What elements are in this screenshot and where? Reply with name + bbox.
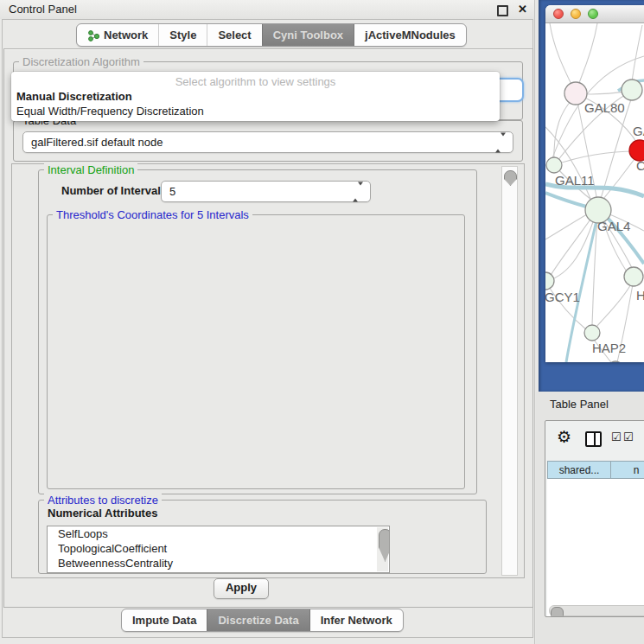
network-node[interactable] <box>584 325 600 341</box>
control-panel-tabs: Network Style Select Cyni Toolbox jActiv… <box>76 23 467 47</box>
settings-scroll-region: Interval Definition Number of Intervals … <box>11 163 525 578</box>
network-node[interactable] <box>624 267 643 286</box>
column-header-shared[interactable]: shared... <box>547 461 611 479</box>
number-of-intervals-value: 5 <box>169 185 175 198</box>
number-of-intervals-label: Number of Intervals <box>61 184 167 197</box>
attributes-group-label: Attributes to discretize <box>44 494 162 507</box>
number-of-intervals-combobox[interactable]: 5 <box>161 181 371 202</box>
tab-cyni-toolbox[interactable]: Cyni Toolbox <box>262 24 354 46</box>
column-header-name[interactable]: n <box>610 461 644 479</box>
tab-style-label: Style <box>169 24 196 46</box>
tab-select[interactable]: Select <box>207 24 261 46</box>
thresholds-group-label: Threshold's Coordinates for 5 Intervals <box>53 208 252 221</box>
attribute-table: shared... n <box>547 461 644 616</box>
algorithm-dropdown-popup: Select algorithm to view settings Manual… <box>11 72 500 121</box>
interval-definition-group-label: Interval Definition <box>44 163 137 176</box>
interval-definition-group: Interval Definition Number of Intervals … <box>38 169 477 494</box>
numerical-attributes-label: Numerical Attributes <box>48 507 157 520</box>
thresholds-group: Threshold's Coordinates for 5 Intervals <box>47 214 465 489</box>
control-panel-title: Control Panel <box>9 0 77 19</box>
minimize-traffic-light-icon[interactable] <box>571 9 581 19</box>
network-canvas[interactable]: GAL80 GA C GAL11 GAL4 GCY1 H HAP2 <box>545 23 644 362</box>
settings-vertical-scrollbar[interactable] <box>501 166 518 576</box>
node-label: HAP2 <box>592 341 626 355</box>
tab-impute-data-label: Impute Data <box>132 609 196 631</box>
table-data-group: Table Data galFiltered.sif default node <box>13 120 523 162</box>
network-icon <box>87 29 99 41</box>
combo-stepper-icon <box>495 132 506 152</box>
table-horizontal-scrollbar[interactable] <box>549 605 644 616</box>
table-data-value: galFiltered.sif default node <box>31 136 163 149</box>
discretization-algorithm-group-label: Discretization Algorithm <box>19 55 143 68</box>
attributes-list-scrollbar[interactable] <box>377 527 388 571</box>
network-window[interactable]: GAL80 GA C GAL11 GAL4 GCY1 H HAP2 <box>545 5 644 362</box>
tab-infer-network[interactable]: Infer Network <box>309 609 403 631</box>
split-columns-icon[interactable] <box>585 431 602 447</box>
combo-stepper-icon <box>353 182 363 201</box>
table-panel-toolbar: ⚙ ☑ ☑ <box>545 421 644 459</box>
bottom-tabs: Impute Data Discretize Data Infer Networ… <box>121 609 404 632</box>
table-panel-title: Table Panel <box>550 398 609 411</box>
network-node[interactable] <box>546 157 562 173</box>
tab-cyni-toolbox-label: Cyni Toolbox <box>273 24 343 46</box>
tab-network-label: Network <box>104 24 148 46</box>
node-label: GAL4 <box>597 219 630 233</box>
network-node[interactable] <box>545 272 554 290</box>
node-label: GCY1 <box>545 290 580 304</box>
checkbox-icon[interactable]: ☑ <box>623 430 634 443</box>
network-node[interactable] <box>622 80 642 100</box>
network-window-titlebar <box>545 5 644 23</box>
apply-button[interactable]: Apply <box>214 578 269 599</box>
tab-select-label: Select <box>218 24 251 46</box>
tab-jactivemnodules-label: jActiveMNodules <box>365 24 456 46</box>
zoom-traffic-light-icon[interactable] <box>588 9 598 19</box>
close-traffic-light-icon[interactable] <box>553 9 564 19</box>
tab-discretize-data[interactable]: Discretize Data <box>207 609 309 631</box>
tab-style[interactable]: Style <box>158 24 207 46</box>
tab-jactivemnodules[interactable]: jActiveMNodules <box>354 24 466 46</box>
node-label: GA <box>633 124 644 138</box>
table-body <box>547 481 644 604</box>
algorithm-option-equal-width[interactable]: Equal Width/Frequency Discretization <box>11 104 500 118</box>
control-panel: Control Panel ✕ Network Style Select Cyn… <box>0 0 535 644</box>
list-item[interactable]: BetweennessCentrality <box>48 556 389 571</box>
checkbox-icon[interactable]: ☑ <box>611 430 622 443</box>
node-label: GAL80 <box>584 100 625 115</box>
tab-network[interactable]: Network <box>77 24 158 46</box>
tab-impute-data[interactable]: Impute Data <box>122 609 207 631</box>
application-window: Control Panel ✕ Network Style Select Cyn… <box>0 0 644 644</box>
close-icon[interactable]: ✕ <box>518 0 527 19</box>
algorithm-prompt: Select algorithm to view settings <box>11 72 500 89</box>
control-panel-titlebar: Control Panel ✕ <box>0 0 534 19</box>
network-graph: GAL80 GA C GAL11 GAL4 GCY1 H HAP2 <box>545 23 644 362</box>
float-window-icon[interactable] <box>497 5 508 16</box>
tab-infer-network-label: Infer Network <box>321 609 392 631</box>
node-label: GAL11 <box>555 173 595 188</box>
table-panel: ⚙ ☑ ☑ shared... n <box>545 420 644 617</box>
attributes-group: Attributes to discretize Numerical Attri… <box>38 500 487 574</box>
algorithm-option-manual[interactable]: Manual Discretization <box>11 89 500 104</box>
tab-discretize-data-label: Discretize Data <box>218 609 298 631</box>
cyni-toolbox-panel: Discretization Algorithm Select algorith… <box>3 48 533 608</box>
node-label: C <box>636 158 644 173</box>
table-data-combobox[interactable]: galFiltered.sif default node <box>22 131 513 153</box>
numerical-attributes-list: SelfLoops TopologicalCoefficient Between… <box>47 526 390 573</box>
list-item[interactable]: SelfLoops <box>48 526 389 541</box>
list-item[interactable]: TopologicalCoefficient <box>48 541 389 556</box>
gear-icon[interactable]: ⚙ <box>557 427 571 447</box>
node-label: H <box>636 288 644 303</box>
